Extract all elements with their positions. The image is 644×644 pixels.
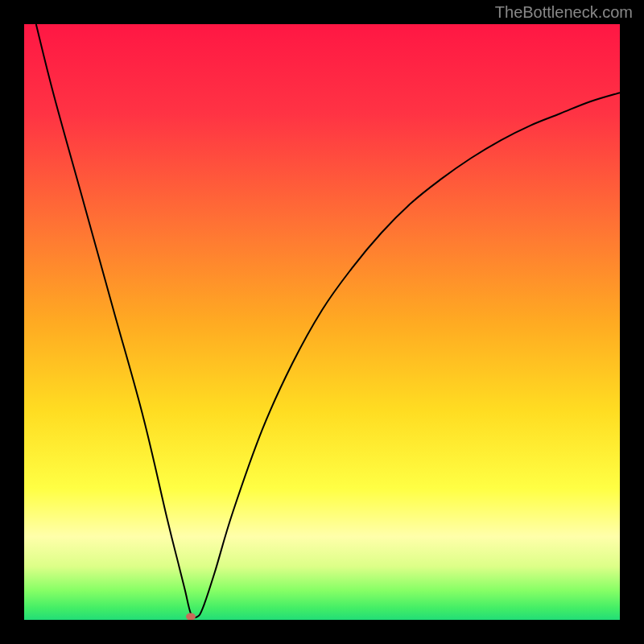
bottleneck-curve — [36, 24, 620, 617]
optimal-point-marker — [186, 613, 196, 620]
chart-plot-area — [24, 24, 620, 620]
curve-overlay — [24, 24, 620, 620]
watermark-text: TheBottleneck.com — [495, 3, 633, 22]
